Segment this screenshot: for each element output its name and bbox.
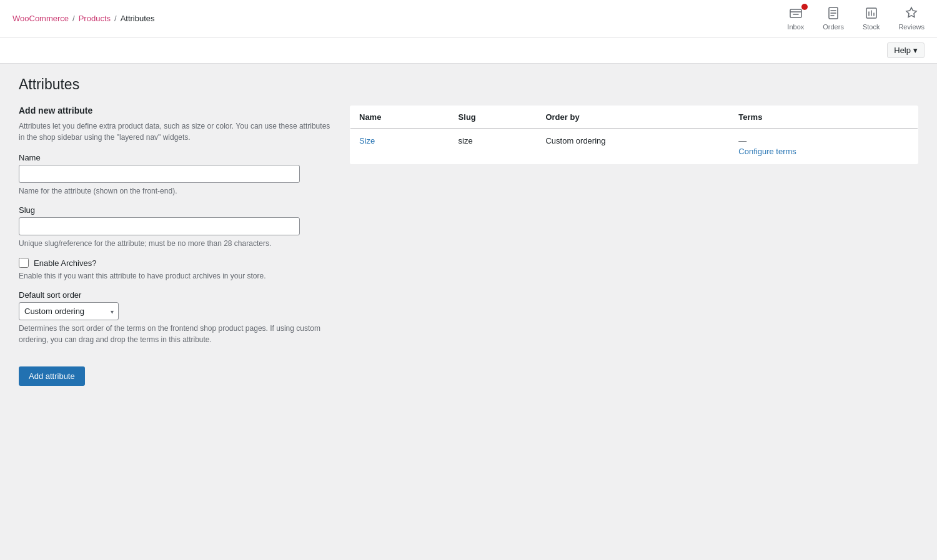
row-slug-value: size [459, 136, 473, 145]
row-slug-cell: size [450, 129, 537, 164]
content-layout: Add new attribute Attributes let you def… [19, 106, 918, 386]
nav-inbox[interactable]: Inbox [787, 6, 804, 31]
page-title: Attributes [19, 76, 918, 93]
stock-label: Stock [863, 23, 880, 31]
reviews-icon [905, 6, 918, 22]
breadcrumb: WooCommerce / Products / Attributes [12, 14, 155, 23]
archives-hint: Enable this if you want this attribute t… [19, 270, 331, 282]
row-order-by-cell: Custom ordering [537, 129, 730, 164]
breadcrumb-separator-1: / [72, 14, 75, 23]
table-header: Name Slug Order by Terms [350, 106, 918, 129]
name-hint: Name for the attribute (shown on the fro… [19, 185, 331, 197]
sort-order-group: Default sort order Custom ordering Name … [19, 290, 331, 345]
sort-order-select[interactable]: Custom ordering Name Name (numeric) Term… [19, 302, 119, 320]
orders-label: Orders [823, 23, 844, 31]
table-row: Size size Custom ordering — Configure te… [350, 129, 918, 164]
row-terms-cell: — Configure terms [730, 129, 918, 164]
row-name-cell: Size [350, 129, 450, 164]
orders-icon [826, 6, 840, 22]
inbox-label: Inbox [787, 23, 804, 31]
help-button[interactable]: Help ▾ [887, 42, 925, 58]
slug-label: Slug [19, 205, 331, 215]
table-body: Size size Custom ordering — Configure te… [350, 129, 918, 164]
sort-order-hint: Determines the sort order of the terms o… [19, 323, 331, 345]
attribute-name-link[interactable]: Size [359, 136, 375, 145]
sort-order-label: Default sort order [19, 290, 331, 300]
stock-icon [865, 6, 878, 22]
col-header-slug: Slug [450, 106, 537, 129]
name-group: Name Name for the attribute (shown on th… [19, 153, 331, 197]
archives-checkbox[interactable] [19, 258, 29, 268]
slug-group: Slug Unique slug/reference for the attri… [19, 205, 331, 249]
name-label: Name [19, 153, 331, 162]
col-header-terms: Terms [730, 106, 918, 129]
configure-terms-link[interactable]: Configure terms [738, 147, 909, 156]
svg-rect-0 [790, 9, 801, 17]
help-bar: Help ▾ [0, 37, 937, 64]
slug-hint: Unique slug/reference for the attribute;… [19, 238, 331, 249]
table-panel: Name Slug Order by Terms Size size [350, 106, 918, 164]
main-content: Attributes Add new attribute Attributes … [0, 64, 937, 398]
sort-order-wrapper: Custom ordering Name Name (numeric) Term… [19, 302, 119, 320]
col-header-name: Name [350, 106, 450, 129]
breadcrumb-products[interactable]: Products [79, 14, 111, 23]
archives-label[interactable]: Enable Archives? [19, 258, 331, 268]
archives-text: Enable Archives? [34, 258, 96, 268]
form-panel: Add new attribute Attributes let you def… [19, 106, 331, 386]
row-terms-dash: — [738, 136, 746, 145]
name-input[interactable] [19, 165, 300, 183]
top-bar: WooCommerce / Products / Attributes Inbo… [0, 0, 937, 37]
col-header-order-by: Order by [537, 106, 730, 129]
form-description: Attributes let you define extra product … [19, 120, 331, 143]
form-section-title: Add new attribute [19, 106, 331, 115]
nav-stock[interactable]: Stock [863, 6, 880, 31]
breadcrumb-separator-2: / [114, 14, 117, 23]
nav-orders[interactable]: Orders [823, 6, 844, 31]
help-label: Help [894, 46, 911, 55]
row-order-by-value: Custom ordering [545, 136, 605, 145]
attributes-table: Name Slug Order by Terms Size size [350, 106, 918, 164]
slug-input[interactable] [19, 217, 300, 235]
inbox-badge [801, 4, 808, 10]
breadcrumb-woocommerce[interactable]: WooCommerce [12, 14, 69, 23]
help-chevron-icon: ▾ [913, 46, 918, 55]
reviews-label: Reviews [898, 23, 925, 31]
archives-group: Enable Archives? Enable this if you want… [19, 258, 331, 282]
breadcrumb-current: Attributes [121, 14, 155, 23]
add-attribute-button[interactable]: Add attribute [19, 366, 85, 386]
top-navigation: Inbox Orders Stock [787, 6, 925, 31]
inbox-icon [789, 6, 803, 22]
table-header-row: Name Slug Order by Terms [350, 106, 918, 129]
nav-reviews[interactable]: Reviews [898, 6, 925, 31]
